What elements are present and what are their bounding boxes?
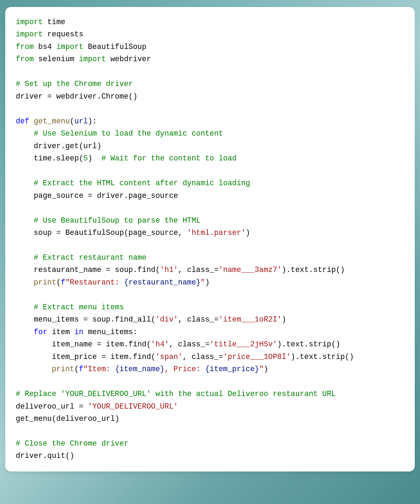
code-line: time.sleep(5) # Wait for the content to … <box>16 152 404 165</box>
code-token: 'span' <box>155 353 182 361</box>
code-token: ) <box>246 229 250 237</box>
code-content: import timeimport requestsfrom bs4 impor… <box>16 16 404 462</box>
code-token: 'h1' <box>160 266 178 274</box>
code-line <box>16 376 404 388</box>
code-token: # Extract the HTML content after dynamic… <box>34 179 250 187</box>
code-token: time <box>43 18 65 26</box>
code-token: def <box>16 117 29 125</box>
code-line: print(f"Item: {item_name}, Price: {item_… <box>16 363 404 375</box>
code-line: # Use BeautifulSoup to parse the HTML <box>16 215 404 227</box>
code-token <box>29 117 34 125</box>
code-token: requests <box>43 30 83 38</box>
code-line: def get_menu(url): <box>16 115 404 128</box>
code-token: ): <box>88 117 97 125</box>
code-token <box>16 253 34 262</box>
code-token: # Set up the Chrome driver <box>16 80 133 88</box>
code-line: deliveroo_url = 'YOUR_DELIVEROO_URL' <box>16 401 404 413</box>
code-line <box>16 425 404 437</box>
code-token: , class_= <box>178 315 218 324</box>
code-token: page_source = driver.page_source <box>16 192 178 200</box>
code-token <box>16 365 52 373</box>
code-line: page_source = driver.page_source <box>16 190 404 202</box>
code-token: {item_name} <box>115 365 165 373</box>
code-line: get_menu(deliveroo_url) <box>16 413 404 425</box>
code-token: print <box>34 278 57 287</box>
code-token: import <box>56 43 83 51</box>
code-token: f <box>61 278 65 287</box>
code-line <box>16 103 404 115</box>
code-token: ( <box>70 117 74 125</box>
code-token: # Replace 'YOUR_DELIVEROO_URL' with the … <box>16 390 336 398</box>
code-token: ( <box>74 365 79 373</box>
code-line <box>16 165 404 177</box>
code-line: # Set up the Chrome driver <box>16 78 404 90</box>
code-token: , class_= <box>169 340 210 348</box>
code-line: from selenium import webdriver <box>16 53 404 65</box>
code-token: get_menu(deliveroo_url) <box>16 415 120 423</box>
code-line: item_name = item.find('h4', class_='titl… <box>16 338 404 351</box>
code-line: # Extract restaurant name <box>16 252 404 264</box>
code-token: import <box>16 18 43 26</box>
code-token: bs4 <box>34 43 57 51</box>
code-line: driver = webdriver.Chrome() <box>16 91 404 103</box>
code-line: for item in menu_items: <box>16 326 404 338</box>
code-token: ).text.strip() <box>291 353 354 361</box>
code-token: item_price = item.find( <box>16 353 155 361</box>
code-token: in <box>74 328 84 336</box>
code-token: url <box>74 117 88 125</box>
code-token <box>16 303 34 311</box>
code-token: driver.get(url) <box>16 142 101 150</box>
code-token: ) <box>282 315 286 324</box>
code-line <box>16 66 404 78</box>
code-line: # Close the Chrome driver <box>16 438 404 450</box>
code-token: ) <box>88 154 101 163</box>
code-line: driver.quit() <box>16 450 404 462</box>
code-token: f <box>79 365 84 373</box>
code-token: item_name = item.find( <box>16 340 151 348</box>
code-token: , Price: <box>165 365 205 373</box>
code-block: import timeimport requestsfrom bs4 impor… <box>5 7 415 471</box>
code-token: # Use Selenium to load the dynamic conte… <box>34 129 223 138</box>
code-token: ).text.strip() <box>277 340 340 348</box>
code-line: menu_items = soup.find_all('div', class_… <box>16 314 404 326</box>
code-token: deliveroo_url = <box>16 402 88 411</box>
code-token: menu_items = soup.find_all( <box>16 315 155 324</box>
code-line <box>16 239 404 251</box>
code-token <box>16 216 34 225</box>
code-line: soup = BeautifulSoup(page_source, 'html.… <box>16 227 404 239</box>
code-token: " <box>201 278 205 287</box>
code-line: from bs4 import BeautifulSoup <box>16 41 404 53</box>
code-token: ( <box>56 278 61 287</box>
code-token: {item_price} <box>205 365 259 373</box>
code-token: # Extract menu items <box>34 303 124 311</box>
code-line: # Replace 'YOUR_DELIVEROO_URL' with the … <box>16 388 404 400</box>
code-token: " <box>259 365 264 373</box>
code-token: import <box>79 55 106 63</box>
code-token: item <box>47 328 74 336</box>
code-token: driver = webdriver.Chrome() <box>16 92 137 101</box>
code-token: time.sleep( <box>16 154 84 163</box>
code-line: restaurant_name = soup.find('h1', class_… <box>16 264 404 276</box>
code-token: 'price___1OP8I' <box>223 353 291 361</box>
code-line <box>16 202 404 214</box>
code-token <box>16 129 34 138</box>
code-token: get_menu <box>34 117 70 125</box>
code-token: 'div' <box>155 315 178 324</box>
code-token: # Use BeautifulSoup to parse the HTML <box>34 216 201 225</box>
code-token <box>16 179 34 187</box>
code-line <box>16 289 404 301</box>
code-line: # Use Selenium to load the dynamic conte… <box>16 128 404 140</box>
code-token: from <box>16 43 34 51</box>
code-token: selenium <box>34 55 79 63</box>
code-token: , class_= <box>178 266 218 274</box>
code-token: , class_= <box>182 353 223 361</box>
code-token: soup = BeautifulSoup(page_source, <box>16 229 187 237</box>
code-token: driver.quit() <box>16 452 74 460</box>
code-line: import requests <box>16 28 404 41</box>
code-token: menu_items: <box>84 328 138 336</box>
code-token: 'name___3amz7' <box>219 266 282 274</box>
code-token: ) <box>205 278 210 287</box>
code-token <box>16 278 34 287</box>
code-line: item_price = item.find('span', class_='p… <box>16 351 404 363</box>
code-token: for <box>34 328 48 336</box>
